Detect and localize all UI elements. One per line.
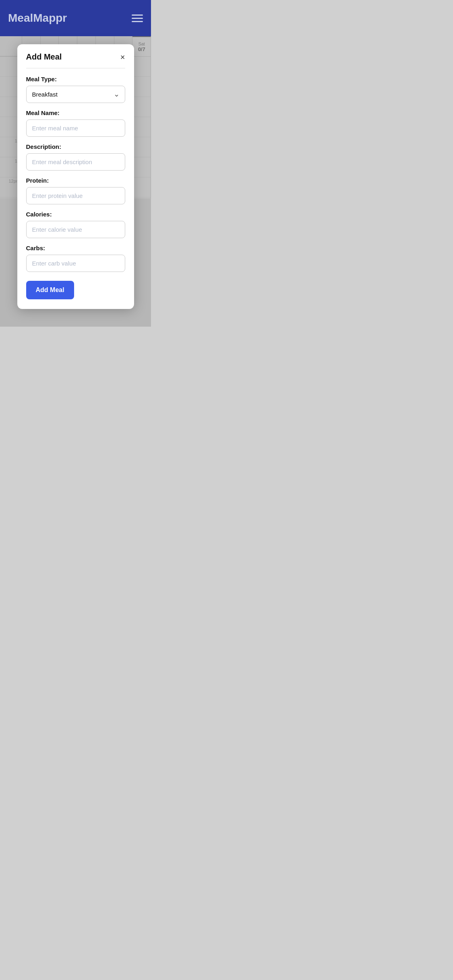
app-title: MealMappr bbox=[8, 12, 67, 25]
meal-name-group: Meal Name: bbox=[26, 109, 125, 137]
add-meal-modal: Add Meal × Meal Type: Breakfast Lunch Di… bbox=[17, 44, 134, 309]
meal-type-group: Meal Type: Breakfast Lunch Dinner Snack bbox=[26, 76, 125, 103]
hamburger-line-1 bbox=[132, 14, 143, 16]
modal-close-button[interactable]: × bbox=[120, 53, 125, 61]
protein-input[interactable] bbox=[26, 187, 125, 204]
description-group: Description: bbox=[26, 143, 125, 171]
modal-overlay: Add Meal × Meal Type: Breakfast Lunch Di… bbox=[0, 36, 151, 327]
description-input[interactable] bbox=[26, 153, 125, 171]
description-label: Description: bbox=[26, 143, 125, 150]
modal-header: Add Meal × bbox=[26, 52, 125, 62]
calories-input[interactable] bbox=[26, 221, 125, 238]
meal-type-select[interactable]: Breakfast Lunch Dinner Snack bbox=[26, 86, 125, 103]
meal-type-select-wrapper: Breakfast Lunch Dinner Snack bbox=[26, 86, 125, 103]
modal-title: Add Meal bbox=[26, 52, 62, 62]
meal-type-label: Meal Type: bbox=[26, 76, 125, 82]
hamburger-line-3 bbox=[132, 21, 143, 22]
meal-name-input[interactable] bbox=[26, 119, 125, 137]
hamburger-line-2 bbox=[132, 18, 143, 19]
hamburger-menu-button[interactable] bbox=[132, 14, 143, 22]
protein-group: Protein: bbox=[26, 177, 125, 204]
app-header: MealMappr bbox=[0, 0, 151, 36]
carbs-group: Carbs: bbox=[26, 245, 125, 272]
protein-label: Protein: bbox=[26, 177, 125, 184]
modal-divider bbox=[26, 68, 125, 68]
carbs-label: Carbs: bbox=[26, 245, 125, 251]
add-meal-button[interactable]: Add Meal bbox=[26, 281, 74, 299]
meal-name-label: Meal Name: bbox=[26, 109, 125, 116]
carbs-input[interactable] bbox=[26, 255, 125, 272]
calories-group: Calories: bbox=[26, 211, 125, 238]
calories-label: Calories: bbox=[26, 211, 125, 218]
